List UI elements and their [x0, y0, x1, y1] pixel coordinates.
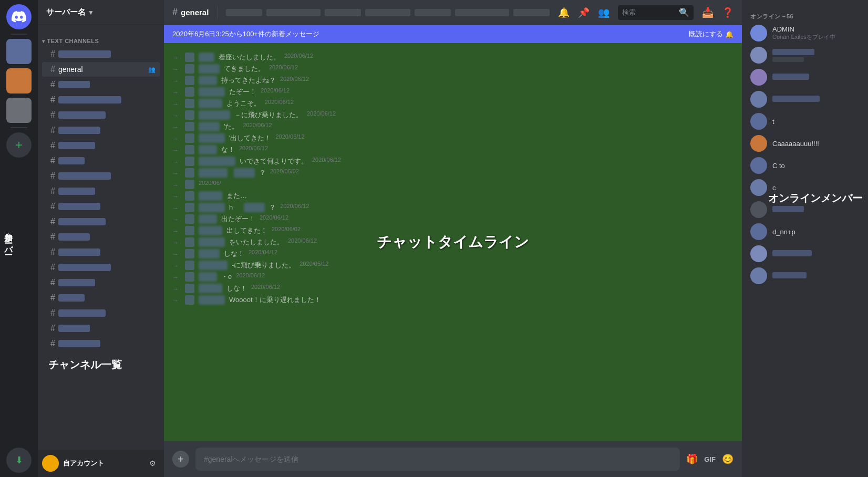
channel-item-ch8[interactable]: #: [42, 153, 160, 168]
arrow-icon: →: [172, 274, 181, 281]
channel-item-ch13[interactable]: #: [42, 230, 160, 244]
channel-item-ch4[interactable]: #: [42, 92, 160, 107]
channel-item-ch19[interactable]: #: [42, 321, 160, 336]
search-input[interactable]: [622, 8, 675, 16]
channel-item-general[interactable]: # general 👥: [42, 62, 160, 77]
channel-item-ch1[interactable]: #: [42, 47, 160, 61]
discord-home-button[interactable]: [6, 4, 32, 29]
pin-icon[interactable]: 📌: [578, 7, 590, 18]
channel-name-placeholder: [58, 340, 100, 347]
member-info: ADMIN Conan Exilesをプレイ中: [772, 25, 860, 41]
channel-item-ch10[interactable]: #: [42, 184, 160, 199]
channel-item-ch16[interactable]: #: [42, 275, 160, 290]
channel-item-ch7[interactable]: #: [42, 138, 160, 153]
message-time: 2020/06/02: [270, 168, 299, 174]
server-icon-3[interactable]: [6, 98, 32, 123]
username: 自アカウント: [63, 459, 145, 468]
message-row: → しな！ 2020/04/12: [164, 248, 742, 260]
mark-read-button[interactable]: 既読にする 🔔: [689, 29, 733, 39]
bell-icon[interactable]: 🔔: [558, 7, 570, 18]
category-arrow-icon: ▾: [42, 38, 45, 44]
channel-item-ch9[interactable]: #: [42, 169, 160, 183]
emoji-icon[interactable]: 😊: [722, 453, 733, 465]
channel-name-placeholder: [58, 81, 90, 88]
hash-icon: #: [50, 126, 55, 135]
message-time: 2020/06/: [199, 180, 221, 186]
channel-item-ch3[interactable]: #: [42, 77, 160, 92]
message-row: → ？ 2020/06/02: [164, 167, 742, 179]
member-item-admin[interactable]: ADMIN Conan Exilesをプレイ中: [746, 23, 864, 44]
channel-name-placeholder: [58, 188, 95, 195]
channel-item-ch15[interactable]: #: [42, 260, 160, 275]
member-item-m10[interactable]: [746, 243, 864, 264]
avatar: [185, 214, 194, 224]
gift-icon[interactable]: 🎁: [686, 453, 698, 465]
channel-item-ch12[interactable]: #: [42, 214, 160, 229]
hash-icon: #: [50, 263, 55, 272]
member-item-m6[interactable]: C to: [746, 155, 864, 176]
user-actions: ⚙: [145, 456, 160, 471]
message-row: → '出してきた！ 2020/06/12: [164, 132, 742, 144]
member-item-m1[interactable]: [746, 45, 864, 66]
search-bar[interactable]: 🔍: [618, 5, 694, 20]
username-placeholder: [199, 53, 214, 62]
member-item-m5[interactable]: Caaaaaauuu!!!!: [746, 133, 864, 154]
members-icon[interactable]: 👥: [598, 7, 609, 18]
download-button[interactable]: ⬇: [6, 448, 32, 473]
member-status-placeholder: [772, 57, 804, 62]
avatar: [185, 145, 194, 154]
message-text: 着座いたしました。: [219, 53, 280, 62]
username-placeholder: [199, 261, 228, 270]
avatar: [185, 226, 194, 235]
channel-name-placeholder: [58, 264, 111, 271]
message-time: 2020/06/12: [280, 76, 309, 82]
help-icon[interactable]: ❓: [722, 7, 733, 18]
message-row: → たぞー！ 2020/06/12: [164, 86, 742, 98]
settings-button[interactable]: ⚙: [145, 456, 160, 471]
hash-icon: #: [50, 65, 55, 74]
member-item-m9[interactable]: d_nn+p: [746, 221, 864, 242]
message-row: → ようこそ。 2020/06/12: [164, 98, 742, 109]
server-icon-1[interactable]: [6, 39, 32, 64]
channel-item-ch18[interactable]: #: [42, 306, 160, 320]
chat-area[interactable]: チャットタイムライン → 着座いたしました。 2020/06/12 → てきまし…: [164, 43, 742, 441]
topbar-placeholder-4: [365, 9, 410, 16]
hash-icon: #: [50, 186, 55, 196]
channel-item-ch6[interactable]: #: [42, 123, 160, 138]
channel-item-ch14[interactable]: #: [42, 245, 160, 260]
channel-item-ch11[interactable]: #: [42, 199, 160, 214]
add-server-button[interactable]: +: [6, 132, 32, 158]
channel-sidebar: サーバー名 ▼ ▾ TEXT CHANNELS # # general 👥 # …: [38, 0, 164, 477]
add-attachment-button[interactable]: +: [172, 451, 189, 468]
member-item-m11[interactable]: [746, 265, 864, 286]
member-item-m7[interactable]: c: [746, 177, 864, 198]
message-input[interactable]: [195, 448, 680, 471]
server-header[interactable]: サーバー名 ▼: [38, 0, 164, 25]
member-name-placeholder: [772, 74, 809, 80]
topbar-channel-name: general: [181, 8, 209, 17]
topbar-placeholder-6: [455, 9, 509, 16]
username-placeholder: [199, 145, 217, 154]
inbox-icon[interactable]: 📥: [702, 7, 714, 18]
username-placeholder: [199, 237, 225, 247]
message-time: 2020/06/12: [261, 87, 290, 94]
member-item-m8[interactable]: [746, 199, 864, 220]
member-info: c: [772, 184, 860, 192]
message-row: → 出たぞー！ 2020/06/12: [164, 213, 742, 225]
server-icon-2[interactable]: [6, 68, 32, 94]
member-item-m2[interactable]: [746, 67, 864, 88]
message-row: → 'た。 2020/06/12: [164, 121, 742, 132]
gif-icon[interactable]: GIF: [704, 455, 716, 463]
channel-item-ch17[interactable]: #: [42, 291, 160, 305]
arrow-icon: →: [172, 262, 181, 269]
member-item-m4[interactable]: t: [746, 111, 864, 132]
message-row: → また…: [164, 190, 742, 202]
member-item-m3[interactable]: [746, 89, 864, 110]
channel-item-ch5[interactable]: #: [42, 108, 160, 122]
hash-icon: #: [50, 247, 55, 257]
channel-name-placeholder: [58, 279, 95, 286]
hash-icon: #: [50, 49, 55, 59]
topbar-placeholder-5: [415, 9, 451, 16]
channel-item-ch20[interactable]: #: [42, 336, 160, 351]
channel-category-text[interactable]: ▾ TEXT CHANNELS: [38, 29, 164, 46]
